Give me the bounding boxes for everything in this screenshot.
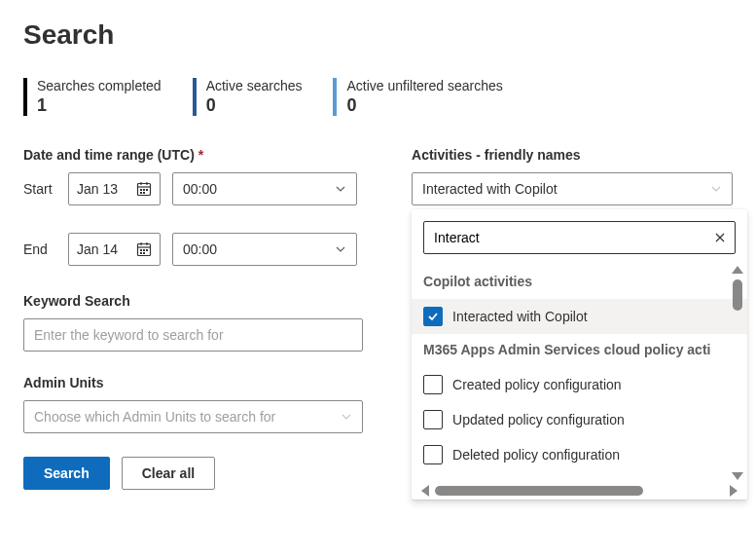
end-date-value: Jan 14: [77, 241, 118, 257]
start-label: Start: [23, 181, 56, 197]
checkbox-icon: [423, 410, 443, 429]
svg-rect-14: [143, 249, 145, 251]
scroll-right-icon[interactable]: [730, 485, 738, 497]
option-label: Updated policy configuration: [452, 412, 625, 427]
stat-label: Active searches: [206, 78, 303, 93]
checkbox-checked-icon: [423, 307, 443, 326]
svg-rect-15: [146, 249, 148, 251]
activities-options-list: Copilot activities Interacted with Copil…: [412, 266, 747, 480]
stat-value: 1: [37, 95, 162, 116]
activities-dropdown: Copilot activities Interacted with Copil…: [412, 209, 747, 500]
admin-units-placeholder: Choose which Admin Units to search for: [34, 409, 275, 425]
end-date-input[interactable]: Jan 14: [68, 233, 161, 266]
page-title: Search: [23, 19, 733, 51]
keyword-input[interactable]: [23, 318, 363, 352]
svg-rect-5: [143, 189, 145, 191]
calendar-icon: [136, 241, 152, 257]
stat-value: 0: [206, 95, 303, 116]
group-header: Copilot activities: [423, 266, 730, 299]
scrollbar-thumb-vertical[interactable]: [733, 279, 742, 311]
option-label: Deleted policy configuration: [452, 447, 620, 463]
option-label: Created policy configuration: [452, 377, 622, 392]
chevron-down-icon: [341, 411, 352, 423]
svg-rect-16: [140, 252, 142, 254]
activities-label: Activities - friendly names: [412, 147, 733, 163]
option-created-policy[interactable]: Created policy configuration: [423, 367, 730, 402]
clear-icon[interactable]: [713, 231, 727, 244]
chevron-down-icon: [335, 243, 346, 255]
start-date-input[interactable]: Jan 13: [68, 172, 161, 205]
group-header: M365 Apps Admin Services cloud policy ac…: [423, 334, 730, 367]
keyword-label: Keyword Search: [23, 293, 363, 309]
scroll-left-icon[interactable]: [421, 485, 429, 497]
end-label: End: [23, 241, 56, 257]
search-button[interactable]: Search: [23, 457, 110, 490]
scrollbar-horizontal[interactable]: [412, 482, 747, 500]
svg-rect-13: [140, 249, 142, 251]
checkbox-icon: [423, 445, 443, 464]
start-date-value: Jan 13: [77, 181, 118, 197]
svg-rect-17: [143, 252, 145, 254]
stat-completed: Searches completed 1: [23, 78, 162, 116]
option-label: Interacted with Copilot: [452, 309, 588, 324]
activities-select[interactable]: Interacted with Copilot: [412, 172, 733, 205]
date-range-label: Date and time range (UTC) *: [23, 147, 363, 163]
scroll-up-icon[interactable]: [732, 266, 743, 274]
scroll-down-icon[interactable]: [732, 472, 743, 480]
end-time-value: 00:00: [183, 241, 217, 257]
stat-unfiltered: Active unfiltered searches 0: [333, 78, 502, 116]
stats-row: Searches completed 1 Active searches 0 A…: [23, 78, 733, 116]
end-time-input[interactable]: 00:00: [172, 233, 357, 266]
start-time-value: 00:00: [183, 181, 217, 197]
stat-value: 0: [346, 95, 502, 116]
scrollbar-thumb-horizontal[interactable]: [435, 486, 643, 496]
scrollbar-track-horizontal: [435, 486, 724, 496]
scrollbar-vertical[interactable]: [732, 266, 743, 480]
option-updated-policy[interactable]: Updated policy configuration: [423, 402, 730, 437]
option-deleted-policy[interactable]: Deleted policy configuration: [423, 437, 730, 472]
svg-rect-7: [140, 192, 142, 194]
admin-units-label: Admin Units: [23, 375, 363, 390]
required-indicator: *: [198, 147, 203, 163]
activities-search-wrap: [423, 221, 736, 254]
svg-rect-6: [146, 189, 148, 191]
stat-label: Active unfiltered searches: [346, 78, 502, 93]
activities-search-input[interactable]: [432, 229, 713, 246]
chevron-down-icon: [335, 183, 346, 195]
activities-selected-value: Interacted with Copilot: [422, 181, 558, 197]
calendar-icon: [136, 181, 152, 197]
svg-rect-4: [140, 189, 142, 191]
start-time-input[interactable]: 00:00: [172, 172, 357, 205]
stat-active: Active searches 0: [193, 78, 303, 116]
clear-all-button[interactable]: Clear all: [122, 457, 215, 490]
stat-label: Searches completed: [37, 78, 162, 93]
svg-rect-8: [143, 192, 145, 194]
admin-units-select[interactable]: Choose which Admin Units to search for: [23, 400, 363, 433]
checkbox-icon: [423, 375, 443, 394]
option-interacted-copilot[interactable]: Interacted with Copilot: [412, 299, 747, 334]
chevron-down-icon: [710, 183, 722, 195]
